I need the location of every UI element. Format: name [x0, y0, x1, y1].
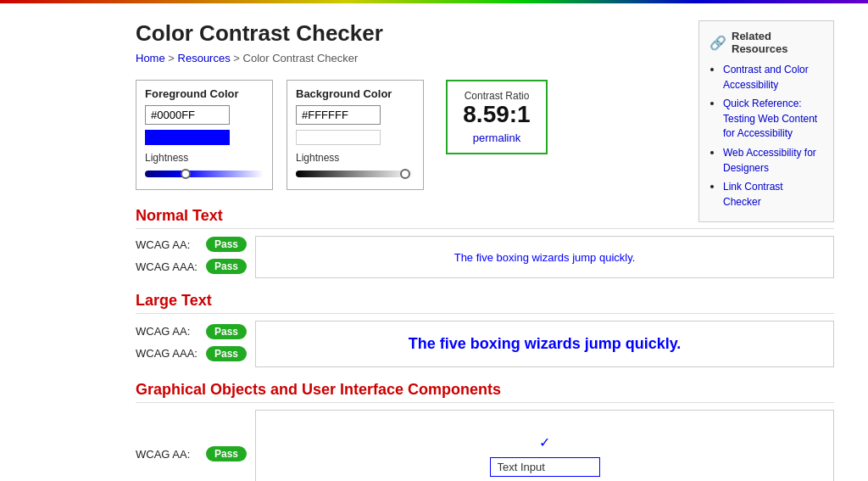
text-input-demo[interactable]	[490, 457, 600, 477]
graphical-demo-box: ✓	[255, 410, 834, 481]
large-wcag-aa-label: WCAG AA:	[136, 325, 199, 338]
foreground-lightness-slider[interactable]	[145, 167, 264, 181]
wcag-aaa-badge: Pass	[206, 259, 247, 274]
normal-text-demo-box: The five boxing wizards jump quickly.	[255, 236, 834, 278]
large-wcag-aaa-row: WCAG AAA: Pass	[136, 346, 247, 361]
foreground-slider-track	[145, 171, 264, 177]
contrast-ratio-box: Contrast Ratio 8.59:1 permalink	[446, 80, 548, 154]
large-text-section: Large Text WCAG AA: Pass WCAG AAA: Pass …	[136, 292, 834, 367]
checkmark-icon: ✓	[539, 434, 550, 450]
list-item: Quick Reference: Testing Web Content for…	[723, 96, 823, 141]
foreground-slider-thumb	[181, 169, 191, 179]
normal-text-row: WCAG AA: Pass WCAG AAA: Pass The five bo…	[136, 236, 834, 278]
background-lightness-label: Lightness	[296, 152, 415, 164]
large-wcag-aaa-label: WCAG AAA:	[136, 347, 199, 360]
sidebar: 🔗 Related Resources Contrast and Color A…	[698, 20, 834, 222]
sidebar-link-link-contrast[interactable]: Link Contrast Checker	[723, 181, 783, 208]
foreground-label: Foreground Color	[145, 87, 264, 100]
background-lightness-slider[interactable]	[296, 167, 415, 181]
normal-text-demo: The five boxing wizards jump quickly.	[454, 251, 636, 264]
sidebar-link-quick-ref[interactable]: Quick Reference: Testing Web Content for…	[723, 98, 817, 139]
graphical-row: WCAG AA: Pass ✓	[136, 410, 834, 481]
breadcrumb-home[interactable]: Home	[136, 52, 165, 64]
sidebar-links-list: Contrast and Color Accessibility Quick R…	[709, 62, 823, 209]
background-slider-track	[296, 171, 415, 177]
breadcrumb-resources[interactable]: Resources	[178, 52, 231, 64]
large-text-row: WCAG AA: Pass WCAG AAA: Pass The five bo…	[136, 321, 834, 367]
graphical-wcag-labels: WCAG AA: Pass	[136, 410, 247, 481]
wcag-aaa-label: WCAG AAA:	[136, 260, 199, 273]
list-item: Contrast and Color Accessibility	[723, 62, 823, 92]
wcag-aa-label: WCAG AA:	[136, 238, 199, 251]
background-color-box: Background Color Lightness	[287, 80, 424, 190]
sidebar-title: Related Resources	[732, 30, 823, 55]
page-wrapper: 🔗 Related Resources Contrast and Color A…	[0, 0, 868, 481]
large-wcag-aa-row: WCAG AA: Pass	[136, 324, 247, 339]
list-item: Web Accessibility for Designers	[723, 145, 823, 175]
background-input[interactable]	[296, 105, 381, 125]
graphical-section: Graphical Objects and User Interface Com…	[136, 381, 834, 481]
large-wcag-aaa-badge: Pass	[206, 346, 247, 361]
list-item: Link Contrast Checker	[723, 179, 823, 209]
foreground-swatch	[145, 130, 230, 145]
normal-text-wcag-labels: WCAG AA: Pass WCAG AAA: Pass	[136, 236, 247, 278]
graphical-wcag-aa-row: WCAG AA: Pass	[136, 446, 247, 461]
foreground-input[interactable]	[145, 105, 230, 125]
breadcrumb-separator1: >	[168, 52, 175, 64]
large-text-wcag-labels: WCAG AA: Pass WCAG AAA: Pass	[136, 321, 247, 367]
graphical-wcag-aa-label: WCAG AA:	[136, 448, 199, 461]
wcag-aaa-row: WCAG AAA: Pass	[136, 259, 247, 274]
graphical-wcag-aa-badge: Pass	[206, 446, 247, 461]
large-text-demo: The five boxing wizards jump quickly.	[409, 335, 682, 352]
graphical-demo: ✓	[273, 424, 816, 481]
sidebar-link-web-a11y[interactable]: Web Accessibility for Designers	[723, 147, 816, 174]
permalink-link[interactable]: permalink	[461, 131, 532, 144]
breadcrumb-separator2: >	[233, 52, 240, 64]
related-resources-icon: 🔗	[709, 35, 726, 51]
background-slider-thumb	[400, 169, 410, 179]
contrast-ratio-label: Contrast Ratio	[461, 90, 532, 102]
graphical-title: Graphical Objects and User Interface Com…	[136, 381, 834, 403]
foreground-lightness-label: Lightness	[145, 152, 264, 164]
sidebar-link-contrast[interactable]: Contrast and Color Accessibility	[723, 64, 809, 91]
breadcrumb-current: Color Contrast Checker	[243, 52, 359, 64]
large-wcag-aa-badge: Pass	[206, 324, 247, 339]
foreground-color-box: Foreground Color Lightness	[136, 80, 273, 190]
large-text-demo-box: The five boxing wizards jump quickly.	[255, 321, 834, 367]
wcag-aa-row: WCAG AA: Pass	[136, 237, 247, 252]
wcag-aa-badge: Pass	[206, 237, 247, 252]
background-swatch	[296, 130, 381, 145]
contrast-ratio-value: 8.59:1	[461, 102, 532, 128]
background-label: Background Color	[296, 87, 415, 100]
large-text-title: Large Text	[136, 292, 834, 314]
sidebar-header: 🔗 Related Resources	[709, 30, 823, 55]
